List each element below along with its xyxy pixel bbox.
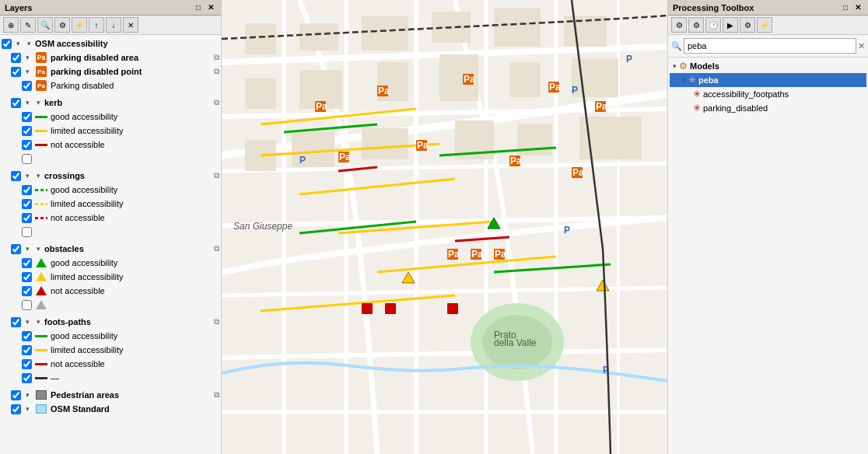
settings-btn[interactable]: ⚙ [54, 17, 70, 33]
proc-history-btn[interactable]: 🕐 [705, 17, 721, 33]
layer-fp-limited[interactable]: limited accessibility [0, 343, 221, 357]
layer-parking-area[interactable]: ▾ Pa parking disabled area ⧉ [0, 51, 221, 65]
proc-settings-btn[interactable]: ⚙ [671, 17, 687, 33]
cb-obs-not[interactable] [22, 286, 32, 296]
layer-parking-point[interactable]: ▾ Pa parking disabled point ⧉ [0, 65, 221, 79]
edit-layer-btn[interactable]: ✎ [20, 17, 36, 33]
cb-fp-limited[interactable] [22, 345, 32, 355]
processing-minimize-icon[interactable]: □ [840, 2, 851, 13]
layer-crossings[interactable]: ▾ ▾ crossings ⧉ [0, 169, 221, 183]
processing-close-icon[interactable]: ✕ [852, 2, 863, 13]
expand-obstacles[interactable]: ▾ [23, 244, 32, 253]
search-input[interactable] [684, 38, 856, 54]
cb-parking-disabled[interactable] [22, 81, 32, 91]
expand-kerb[interactable]: ▾ [23, 98, 32, 107]
expand-parking-point[interactable]: ▾ [23, 67, 32, 76]
proc-item-parking-model[interactable]: ✳ parking_disabled [670, 101, 866, 115]
filter-btn[interactable]: 🔍 [37, 17, 53, 33]
expand-crossings[interactable]: ▾ [23, 171, 32, 180]
expand2-kerb[interactable]: ▾ [33, 98, 43, 107]
layer-obs-good[interactable]: good accessibility [0, 256, 221, 270]
layer-fp-good[interactable]: good accessibility [0, 329, 221, 343]
cb-obs-good[interactable] [22, 258, 32, 268]
cb-osm-standard[interactable] [11, 404, 21, 414]
layers-minimize-icon[interactable]: □ [193, 2, 204, 13]
cb-fp-good[interactable] [22, 331, 32, 341]
proc-options-btn[interactable]: ⚙ [740, 17, 755, 33]
cb-kerb-not[interactable] [22, 140, 32, 150]
expand-pedestrian[interactable]: ▾ [23, 390, 32, 400]
cb-kerb-limited[interactable] [22, 126, 32, 136]
expand2-obstacles[interactable]: ▾ [33, 244, 43, 253]
copy-pedestrian-icon[interactable]: ⧉ [214, 390, 219, 400]
expand-osm-standard[interactable]: ▾ [23, 404, 32, 414]
label-obs-limited: limited accessibility [51, 272, 124, 281]
expand2-osm-accessibility[interactable]: ▾ [24, 39, 33, 48]
move-down-btn[interactable]: ↓ [106, 17, 121, 33]
layer-obs-blank[interactable] [0, 298, 221, 312]
layer-kerb-not[interactable]: not accessible [0, 138, 221, 152]
remove-btn[interactable]: ✕ [123, 17, 138, 33]
copy-foots-paths-icon[interactable]: ⧉ [214, 317, 219, 327]
layer-cross-limited[interactable]: limited accessibility [0, 197, 221, 211]
proc-lightning-btn[interactable]: ⚡ [757, 17, 772, 33]
map-area[interactable]: Prato della Valle Pa Pa Pa Pa Pa Pa Pa [222, 0, 667, 454]
cb-crossings[interactable] [11, 171, 21, 181]
proc-item-peba[interactable]: ▾ ✳ peba [670, 73, 866, 87]
proc-gear2-btn[interactable]: ⚙ [688, 17, 704, 33]
cb-parking-point[interactable] [11, 67, 21, 77]
cb-pedestrian[interactable] [11, 390, 21, 400]
expand-foots-paths[interactable]: ▾ [23, 317, 32, 327]
cb-cross-not[interactable] [22, 213, 32, 223]
proc-run-btn[interactable]: ▶ [723, 17, 738, 33]
copy-obstacles-icon[interactable]: ⧉ [214, 244, 219, 253]
layers-close-icon[interactable]: ✕ [205, 2, 216, 13]
label-osm-standard: OSM Standard [51, 404, 110, 414]
layer-obstacles[interactable]: ▾ ▾ obstacles ⧉ [0, 242, 221, 256]
layer-kerb[interactable]: ▾ ▾ kerb ⧉ [0, 96, 221, 110]
cb-foots-paths[interactable] [11, 317, 21, 327]
cb-cross-good[interactable] [22, 185, 32, 195]
layer-foots-paths[interactable]: ▾ ▾ foots-paths ⧉ [0, 315, 221, 329]
cb-parking-area[interactable] [11, 53, 21, 63]
layer-cross-good[interactable]: good accessibility [0, 183, 221, 197]
layer-kerb-good[interactable]: good accessibility [0, 110, 221, 124]
cb-fp-not[interactable] [22, 359, 32, 369]
layer-osm-standard[interactable]: ▾ OSM Standard [0, 402, 221, 416]
layer-obs-not[interactable]: not accessible [0, 284, 221, 298]
layer-obs-limited[interactable]: limited accessibility [0, 270, 221, 284]
proc-item-footpaths[interactable]: ✳ accessibility_footpaths [670, 87, 866, 101]
cb-kerb-blank[interactable] [22, 154, 32, 164]
layer-kerb-limited[interactable]: limited accessibility [0, 124, 221, 138]
layer-fp-not[interactable]: not accessible [0, 357, 221, 371]
cb-obstacles[interactable] [11, 244, 21, 254]
layer-osm-accessibility[interactable]: ▾ ▾ OSM accessibility [0, 37, 221, 51]
cb-cross-blank[interactable] [22, 227, 32, 237]
cb-osm-accessibility[interactable] [2, 39, 12, 49]
add-layer-btn[interactable]: ⊕ [3, 17, 19, 33]
effects-btn[interactable]: ⚡ [72, 17, 87, 33]
layer-kerb-blank[interactable] [0, 152, 221, 166]
layer-fp-dash[interactable]: — [0, 371, 221, 385]
copy-kerb-icon[interactable]: ⧉ [214, 98, 219, 107]
cb-fp-dash[interactable] [22, 373, 32, 383]
cb-obs-blank[interactable] [22, 300, 32, 310]
layer-parking-disabled[interactable]: Pa Parking disabled [0, 79, 221, 93]
move-up-btn[interactable]: ↑ [89, 17, 104, 33]
cb-obs-limited[interactable] [22, 272, 32, 282]
expand-osm-accessibility[interactable]: ▾ [13, 39, 23, 48]
expand2-crossings[interactable]: ▾ [33, 171, 43, 180]
layer-pedestrian[interactable]: ▾ Pedestrian areas ⧉ [0, 388, 221, 402]
layer-cross-blank[interactable] [0, 225, 221, 239]
cb-kerb-good[interactable] [22, 112, 32, 122]
layer-cross-not[interactable]: not accessible [0, 211, 221, 225]
copy-parking-area-icon[interactable]: ⧉ [214, 53, 219, 62]
cb-kerb[interactable] [11, 98, 21, 108]
copy-parking-point-icon[interactable]: ⧉ [214, 67, 219, 76]
expand-parking-area[interactable]: ▾ [23, 53, 32, 62]
expand2-foots-paths[interactable]: ▾ [33, 317, 43, 327]
copy-crossings-icon[interactable]: ⧉ [214, 171, 219, 180]
cb-cross-limited[interactable] [22, 199, 32, 209]
search-clear-btn[interactable]: ✕ [858, 41, 865, 51]
proc-item-models[interactable]: ▾ ⚙ Models [670, 59, 866, 73]
